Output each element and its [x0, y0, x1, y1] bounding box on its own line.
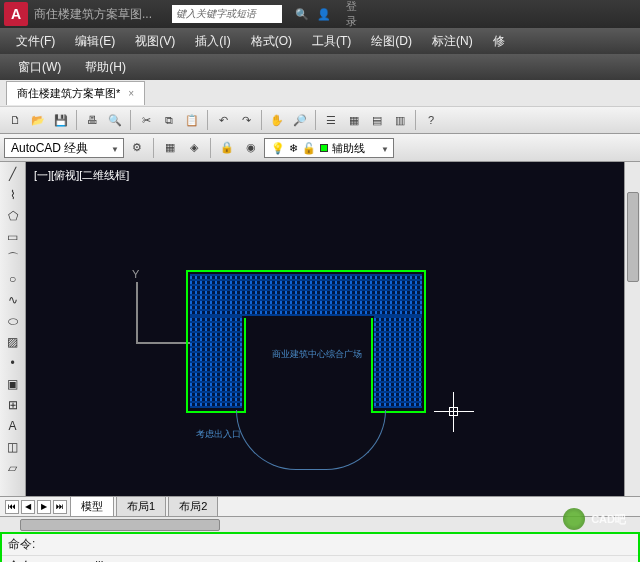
- pan-icon[interactable]: ✋: [266, 109, 288, 131]
- tab-close-icon[interactable]: ×: [128, 88, 134, 99]
- command-history-1: 命令:: [2, 534, 638, 556]
- document-tab-active[interactable]: 商住楼建筑方案草图* ×: [6, 81, 145, 105]
- help-search-input[interactable]: 键入关键字或短语: [172, 5, 282, 23]
- lock-icon: 🔓: [302, 139, 316, 157]
- tab-label: 商住楼建筑方案草图*: [17, 86, 120, 101]
- separator: [315, 110, 316, 130]
- layer-combo[interactable]: 💡 ❄ 🔓 辅助线: [264, 138, 394, 158]
- tab-layout2[interactable]: 布局2: [168, 496, 218, 517]
- save-icon[interactable]: 💾: [50, 109, 72, 131]
- separator: [153, 138, 154, 158]
- tab-model[interactable]: 模型: [70, 496, 114, 517]
- layout-tabs: ⏮ ◀ ▶ ⏭ 模型 布局1 布局2: [0, 496, 640, 516]
- new-icon[interactable]: 🗋: [4, 109, 26, 131]
- drawing-canvas[interactable]: [一][俯视][二维线框] Y X 商业建筑中心综合广场 考虑出入口: [26, 162, 624, 496]
- separator: [207, 110, 208, 130]
- separator: [130, 110, 131, 130]
- tab-nav-first-icon[interactable]: ⏮: [5, 500, 19, 514]
- workspace-settings-icon[interactable]: ⚙: [126, 137, 148, 159]
- print-icon[interactable]: 🖶: [81, 109, 103, 131]
- region-icon[interactable]: ◫: [2, 437, 24, 457]
- tab-nav-next-icon[interactable]: ▶: [37, 500, 51, 514]
- spline-icon[interactable]: ∿: [2, 290, 24, 310]
- layer-filter-icon[interactable]: 🔒: [216, 137, 238, 159]
- table-icon[interactable]: ⊞: [2, 395, 24, 415]
- undo-icon[interactable]: ↶: [212, 109, 234, 131]
- point-icon[interactable]: •: [2, 353, 24, 373]
- annotation-entry: 考虑出入口: [196, 428, 241, 441]
- document-title: 商住楼建筑方案草图...: [34, 6, 152, 23]
- horizontal-scrollbar[interactable]: [0, 516, 640, 532]
- annotation-center: 商业建筑中心综合广场: [272, 348, 362, 361]
- paste-icon[interactable]: 📋: [181, 109, 203, 131]
- crosshair-cursor: [434, 392, 474, 432]
- menu-format[interactable]: 格式(O): [243, 30, 300, 53]
- line-icon[interactable]: ╱: [2, 164, 24, 184]
- preview-icon[interactable]: 🔍: [104, 109, 126, 131]
- redo-icon[interactable]: ↷: [235, 109, 257, 131]
- menu-modify[interactable]: 修: [485, 30, 513, 53]
- title-bar: A 商住楼建筑方案草图... 键入关键字或短语 🔍 👤 登录: [0, 0, 640, 28]
- menu-edit[interactable]: 编辑(E): [67, 30, 123, 53]
- circle-icon[interactable]: ○: [2, 269, 24, 289]
- layer-state-icon[interactable]: ◈: [183, 137, 205, 159]
- menu-bar-2: 窗口(W) 帮助(H): [0, 54, 640, 80]
- polygon-icon[interactable]: ⬠: [2, 206, 24, 226]
- polyline-icon[interactable]: ⌇: [2, 185, 24, 205]
- tab-nav-last-icon[interactable]: ⏭: [53, 500, 67, 514]
- rectangle-icon[interactable]: ▭: [2, 227, 24, 247]
- menu-help[interactable]: 帮助(H): [75, 56, 136, 79]
- scrollbar-thumb[interactable]: [627, 192, 639, 282]
- viewport-label[interactable]: [一][俯视][二维线框]: [34, 168, 129, 183]
- menu-draw[interactable]: 绘图(D): [363, 30, 420, 53]
- layer-props-icon[interactable]: ▦: [159, 137, 181, 159]
- menu-insert[interactable]: 插入(I): [187, 30, 238, 53]
- watermark: CAD吧: [563, 508, 626, 530]
- draw-toolbar: ╱ ⌇ ⬠ ▭ ⌒ ○ ∿ ⬭ ▨ • ▣ ⊞ A ◫ ▱: [0, 162, 26, 496]
- layer-name: 辅助线: [332, 139, 365, 157]
- block-icon[interactable]: ▣: [2, 374, 24, 394]
- freeze-icon: ❄: [289, 139, 298, 157]
- app-logo-icon[interactable]: A: [4, 2, 28, 26]
- sheet-set-icon[interactable]: ▥: [389, 109, 411, 131]
- menu-tools[interactable]: 工具(T): [304, 30, 359, 53]
- watermark-text: CAD吧: [591, 512, 626, 527]
- vertical-scrollbar[interactable]: [624, 162, 640, 496]
- help-icon[interactable]: ?: [420, 109, 442, 131]
- search-icon[interactable]: 🔍: [294, 6, 310, 22]
- wipeout-icon[interactable]: ▱: [2, 458, 24, 478]
- design-center-icon[interactable]: ▦: [343, 109, 365, 131]
- properties-icon[interactable]: ☰: [320, 109, 342, 131]
- menu-view[interactable]: 视图(V): [127, 30, 183, 53]
- title-quick-icons: 🔍 👤 登录: [294, 6, 362, 22]
- scrollbar-thumb[interactable]: [20, 519, 220, 531]
- tab-nav-prev-icon[interactable]: ◀: [21, 500, 35, 514]
- workspace-combo[interactable]: AutoCAD 经典: [4, 138, 124, 158]
- separator: [210, 138, 211, 158]
- open-icon[interactable]: 📂: [27, 109, 49, 131]
- text-icon[interactable]: A: [2, 416, 24, 436]
- menu-window[interactable]: 窗口(W): [8, 56, 71, 79]
- command-window[interactable]: 命令: 命令: _commandline ▸▸ 键入命令: [0, 532, 640, 562]
- document-tabs: 商住楼建筑方案草图* ×: [0, 80, 640, 106]
- tab-layout1[interactable]: 布局1: [116, 496, 166, 517]
- zoom-icon[interactable]: 🔎: [289, 109, 311, 131]
- hatch-icon[interactable]: ▨: [2, 332, 24, 352]
- menu-file[interactable]: 文件(F): [8, 30, 63, 53]
- bulb-icon: 💡: [271, 139, 285, 157]
- cut-icon[interactable]: ✂: [135, 109, 157, 131]
- tool-palettes-icon[interactable]: ▤: [366, 109, 388, 131]
- ellipse-icon[interactable]: ⬭: [2, 311, 24, 331]
- main-area: ╱ ⌇ ⬠ ▭ ⌒ ○ ∿ ⬭ ▨ • ▣ ⊞ A ◫ ▱ [一][俯视][二维…: [0, 162, 640, 496]
- separator: [76, 110, 77, 130]
- layer-color-swatch: [320, 144, 328, 152]
- menu-bar: 文件(F) 编辑(E) 视图(V) 插入(I) 格式(O) 工具(T) 绘图(D…: [0, 28, 640, 54]
- login-link[interactable]: 登录: [346, 6, 362, 22]
- floorplan-drawing: 商业建筑中心综合广场 考虑出入口: [186, 270, 426, 420]
- layer-iso-icon[interactable]: ◉: [240, 137, 262, 159]
- user-icon[interactable]: 👤: [316, 6, 332, 22]
- copy-icon[interactable]: ⧉: [158, 109, 180, 131]
- menu-dimension[interactable]: 标注(N): [424, 30, 481, 53]
- layer-toolbar: AutoCAD 经典 ⚙ ▦ ◈ 🔒 ◉ 💡 ❄ 🔓 辅助线: [0, 134, 640, 162]
- arc-icon[interactable]: ⌒: [2, 248, 24, 268]
